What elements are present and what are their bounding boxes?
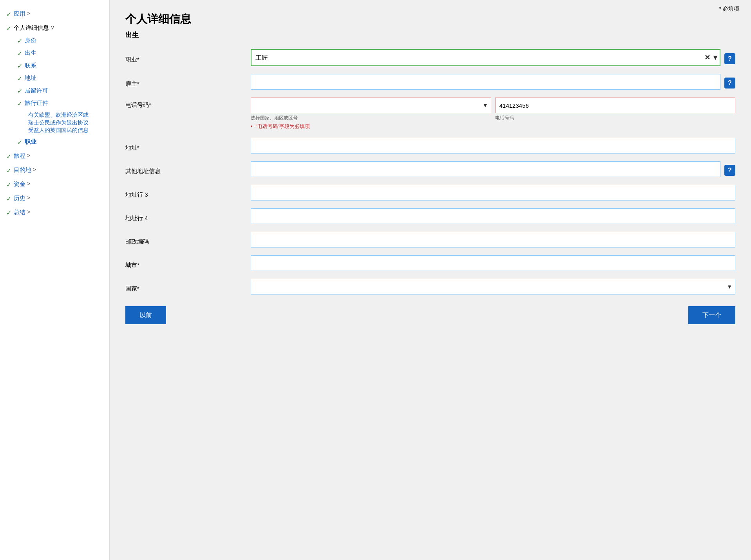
address-input[interactable] [251, 138, 735, 154]
phone-inputs: ▼ [251, 98, 735, 113]
clear-occupation-button[interactable]: ✕ [704, 53, 710, 62]
phone-number-input[interactable] [495, 98, 736, 113]
country-select-wrapper: ▼ [251, 279, 735, 294]
chevron-right-icon: > [27, 209, 30, 215]
phone-hints: 选择国家、地区或区号 电话号码 [251, 115, 735, 121]
sidebar-item-birth[interactable]: ✓ 出生 [17, 47, 103, 60]
phone-label: 电话号码* [125, 98, 251, 109]
check-icon: ✓ [17, 50, 22, 57]
sidebar-item-summary[interactable]: ✓ 总结 > [6, 206, 103, 219]
chevron-right-icon: > [27, 10, 30, 16]
page-title: 个人详细信息 [125, 12, 735, 27]
check-icon: ✓ [6, 209, 11, 217]
chevron-right-icon: > [33, 166, 36, 173]
check-icon: ✓ [17, 87, 22, 95]
check-icon: ✓ [17, 139, 22, 146]
country-row: 国家* ▼ [125, 279, 735, 294]
sidebar-item-label: 身份 [25, 37, 36, 44]
occupation-select[interactable]: 工匠 [251, 49, 720, 66]
sidebar-item-label: 个人详细信息 [14, 24, 49, 32]
city-label: 城市* [125, 258, 251, 269]
country-label: 国家* [125, 281, 251, 293]
country-select[interactable] [251, 279, 735, 294]
sidebar-item-identity[interactable]: ✓ 身份 [17, 34, 103, 47]
sidebar-item-destination[interactable]: ✓ 目的地 > [6, 164, 103, 177]
occupation-help-button[interactable]: ? [724, 53, 735, 64]
city-input[interactable] [251, 255, 735, 271]
sidebar-item-label: 资金 [14, 181, 25, 188]
check-icon: ✓ [17, 62, 22, 70]
postal-code-row: 邮政编码 [125, 232, 735, 247]
previous-button[interactable]: 以前 [125, 306, 166, 324]
country-field: ▼ [251, 279, 735, 294]
sidebar-item-occupation[interactable]: ✓ 职业 [17, 136, 103, 148]
address-line4-label: 地址行 4 [125, 211, 251, 222]
address-line3-row: 地址行 3 [125, 185, 735, 201]
phone-number-wrapper [495, 98, 736, 113]
check-icon: ✓ [17, 75, 22, 82]
sidebar-item-apply[interactable]: ✓ 应用 > [6, 8, 103, 20]
postal-code-input[interactable] [251, 232, 735, 247]
phone-error-msg: • "电话号码"字段为必填项 [251, 123, 735, 130]
address-other-help-button[interactable]: ? [724, 165, 735, 176]
sidebar-item-label: 出生 [25, 49, 36, 57]
sidebar-item-contact[interactable]: ✓ 联系 [17, 60, 103, 72]
sidebar: ✓ 应用 > ✓ 个人详细信息 ∨ ✓ 身份 ✓ 出生 ✓ 联系 [0, 0, 110, 560]
occupation-select-wrapper: 工匠 ✕ ▼ [251, 49, 720, 66]
address-other-field [251, 161, 720, 177]
sidebar-item-label: 目的地 [14, 166, 31, 174]
check-icon: ✓ [6, 153, 11, 160]
sidebar-item-personal-details[interactable]: ✓ 个人详细信息 ∨ [6, 22, 103, 34]
sidebar-item-itinerary[interactable]: ✓ 旅程 > [6, 150, 103, 163]
address-row: 地址* [125, 138, 735, 154]
sidebar-item-label: 地址 [25, 74, 36, 82]
phone-country-select[interactable] [251, 98, 491, 113]
address-line4-field [251, 208, 735, 224]
address-field [251, 138, 735, 154]
city-field [251, 255, 735, 271]
occupation-select-actions: ✕ ▼ [704, 53, 719, 62]
check-icon: ✓ [6, 167, 11, 174]
phone-country-hint: 选择国家、地区或区号 [251, 115, 491, 121]
address-line4-input[interactable] [251, 208, 735, 224]
address-other-input[interactable] [251, 161, 720, 177]
phone-error-text: "电话号码"字段为必填项 [255, 123, 310, 129]
employer-field [251, 74, 720, 90]
address-line3-label: 地址行 3 [125, 187, 251, 199]
sidebar-item-travel-doc[interactable]: ✓ 旅行证件 [17, 97, 103, 110]
employer-help-button[interactable]: ? [724, 78, 735, 89]
address-line3-field [251, 185, 735, 201]
chevron-right-icon: > [27, 152, 30, 159]
main-content: * 必填项 个人详细信息 出生 职业* 工匠 ✕ ▼ ? 雇主* ? 电话号码* [110, 0, 751, 560]
phone-number-hint: 电话号码 [495, 115, 736, 121]
check-icon: ✓ [6, 195, 11, 202]
postal-code-label: 邮政编码 [125, 234, 251, 246]
chevron-down-icon: ▼ [712, 54, 719, 62]
sidebar-item-residence-permit[interactable]: ✓ 居留许可 [17, 85, 103, 97]
address-line3-input[interactable] [251, 185, 735, 201]
sidebar-item-address[interactable]: ✓ 地址 [17, 72, 103, 85]
check-icon: ✓ [17, 37, 22, 45]
form-buttons: 以前 下一个 [125, 306, 735, 324]
phone-row: 电话号码* ▼ 选择国家、地区或区号 电话号码 • "电话号码"字段为必 [125, 98, 735, 130]
sidebar-item-label: 旅程 [14, 152, 25, 160]
sidebar-item-label: 总结 [14, 209, 25, 216]
sidebar-item-history[interactable]: ✓ 历史 > [6, 192, 103, 205]
employer-label: 雇主* [125, 76, 251, 88]
postal-code-field [251, 232, 735, 247]
chevron-down-icon: ∨ [51, 24, 54, 31]
phone-field: ▼ 选择国家、地区或区号 电话号码 • "电话号码"字段为必填项 [251, 98, 735, 130]
sidebar-item-label: 应用 [14, 10, 25, 18]
occupation-row: 职业* 工匠 ✕ ▼ ? [125, 49, 735, 66]
next-button[interactable]: 下一个 [688, 306, 735, 324]
sidebar-item-label: 历史 [14, 195, 25, 202]
check-icon: ✓ [6, 181, 11, 188]
sidebar-item-label: 职业 [25, 138, 36, 146]
required-note: * 必填项 [719, 5, 739, 13]
occupation-field: 工匠 ✕ ▼ [251, 49, 720, 66]
sidebar-item-funding[interactable]: ✓ 资金 > [6, 178, 103, 191]
employer-input[interactable] [251, 74, 720, 90]
sidebar-item-eu-note[interactable]: 有关欧盟、欧洲经济区或 瑞士公民或作为退出协议 受益人的英国国民的信息 [17, 111, 103, 134]
check-icon: ✓ [17, 100, 22, 107]
address-line4-row: 地址行 4 [125, 208, 735, 224]
